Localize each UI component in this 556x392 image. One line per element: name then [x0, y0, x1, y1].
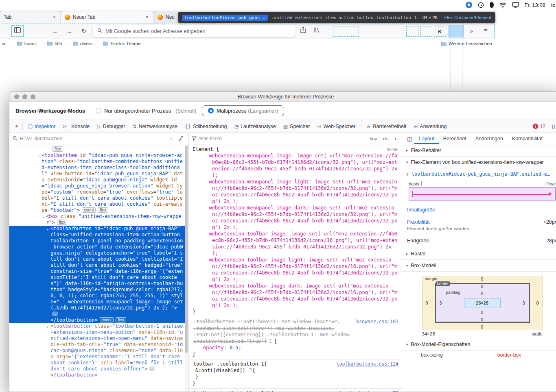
markup-node[interactable]: flex	[9, 146, 185, 152]
padding-top-value[interactable]: 0	[481, 291, 484, 296]
margin-bottom-value[interactable]: 0	[481, 324, 484, 329]
tab-inspektor[interactable]: ❏Inspektor	[24, 120, 59, 133]
extension-button-k[interactable]: K	[434, 26, 446, 37]
bookmark-item[interactable]: divers	[73, 41, 93, 46]
content-size-label[interactable]: Inhaltsgröße	[407, 207, 435, 213]
bookmark-item[interactable]: Firefox Theme	[103, 41, 140, 46]
chevron-right-icon[interactable]: ▸	[45, 323, 50, 372]
show-more-attributes-button[interactable]: …	[149, 366, 155, 371]
rule-source-link[interactable]: toolbarbuttons.css:124	[337, 361, 398, 367]
box-model-diagram[interactable]: margin border padding 28×28 0 0 0 0 0 0 …	[422, 276, 543, 330]
tab-web-speicher[interactable]: ⊟Web-Speicher	[313, 120, 359, 133]
tab-close-icon[interactable]: ×	[52, 15, 57, 20]
flex-container-section-header[interactable]: ▸Flex-Behälter	[402, 145, 556, 157]
show-more-attributes-button[interactable]: …	[52, 311, 58, 316]
history-clock-icon[interactable]	[478, 2, 484, 8]
tab-stilbearbeitung[interactable]: {}Stilbearbeitung	[181, 120, 231, 133]
padding-bottom-value[interactable]: 0	[481, 310, 484, 315]
rule-selector[interactable]: .bookmark-item:not(:hover):-moz-window-i…	[188, 325, 402, 331]
tab-tab[interactable]: Tab×	[0, 11, 60, 23]
devtools-titlebar[interactable]: Browser-Werkzeuge für mehrere Prozesse	[9, 92, 556, 102]
tab-debugger[interactable]: ▷Debugger	[93, 120, 129, 133]
tab-anwendung[interactable]: ⊞Anwendung	[410, 120, 450, 133]
flex-item-selector[interactable]: toolbarbutton#idcac-pub_guus_ninja-BAP.u…	[412, 171, 549, 177]
tab-layout[interactable]: Layout	[414, 133, 439, 144]
menubar-clock[interactable]: Fr. 13:08	[525, 2, 545, 8]
bookmark-item[interactable]: cc	[2, 41, 7, 46]
rules-filter-input[interactable]	[199, 136, 365, 142]
css-declaration[interactable]: --webextension-menupanel-image: image-se…	[188, 152, 402, 179]
markup-node[interactable]: ▸<toolbarbutton class="toolbarbutton-1 u…	[9, 323, 185, 378]
chevron-down-icon[interactable]: ▾	[36, 152, 42, 213]
mode-option-multiprocess[interactable]: Multiprozess (Langsamer)	[202, 105, 284, 116]
rule-source-link[interactable]: toolbarbuttons.css:78	[339, 390, 398, 392]
css-declaration[interactable]: --webextension-menupanel-image-light: im…	[188, 179, 402, 205]
css-declaration[interactable]: --webextension-toolbar-image-light: imag…	[188, 257, 402, 283]
rule-source-link[interactable]: browser.css:103	[356, 318, 398, 325]
tab-laufzeitanalyse[interactable]: ◔Laufzeitanalyse	[230, 120, 279, 133]
tab-berechnet[interactable]: Berechnet	[439, 133, 471, 144]
box-model-property-row[interactable]: box-sizingborder-box	[402, 351, 556, 359]
bookmark-item[interactable]: finanz	[17, 41, 37, 46]
tab-close-icon[interactable]: ×	[145, 15, 149, 20]
margin-right-value[interactable]: 0	[536, 301, 539, 305]
chevron-right-icon[interactable]: ▸	[45, 226, 50, 317]
wifi-icon[interactable]	[499, 2, 506, 8]
badge-event[interactable]: event	[82, 207, 96, 213]
mode-option-parent-process[interactable]: Nur übergeordneter Prozess (Schnell)	[96, 108, 196, 114]
radio-icon[interactable]	[96, 108, 101, 113]
tab-konsole[interactable]: >_Konsole	[59, 120, 93, 133]
badge-flex[interactable]: flex	[98, 207, 108, 213]
tab-änderungen[interactable]: Änderungen	[471, 133, 508, 144]
rule-selector[interactable]: :root:not([customizing]) .toolbarbutton-…	[188, 331, 402, 344]
margin-left-value[interactable]: 0	[426, 301, 428, 305]
box-model-section-header[interactable]: ▾Box-Modell	[402, 260, 556, 272]
minimize-window-button[interactable]	[22, 94, 27, 99]
markup-node[interactable]: ▾<box class="unified-extensions-item-row…	[9, 213, 185, 226]
border-top-value[interactable]: 0	[481, 284, 484, 289]
css-declaration[interactable]: --webextension-toolbar-image-dark: image…	[188, 283, 402, 309]
grid-section-header[interactable]: ▸Raster	[402, 248, 556, 260]
add-rule-button[interactable]: +	[392, 136, 398, 142]
box-model-content[interactable]: 28×28	[464, 298, 501, 307]
display-icon[interactable]	[512, 2, 519, 8]
other-bookmarks-folder[interactable]: Weitere Lesezeichen	[441, 41, 492, 46]
flex-item-section-header[interactable]: ▾Flex-Element von box.unified-extensions…	[402, 157, 556, 168]
split-console-icon[interactable]: ◫	[550, 123, 556, 130]
class-toggle[interactable]: .cls	[381, 136, 390, 141]
flexibility-label[interactable]: Flexibilität	[407, 219, 430, 225]
box-model-properties-header[interactable]: ▾Box-Modell-Eigenschaften	[402, 339, 556, 351]
tab-speicher[interactable]: ▦Speicher	[280, 120, 314, 133]
markup-scrollbar[interactable]	[185, 145, 188, 392]
badge-event[interactable]: event	[100, 317, 114, 322]
chevron-down-icon[interactable]: ▾	[41, 213, 46, 226]
tab-barrierefreiheit[interactable]: ♿Barrierefreiheit	[363, 120, 410, 133]
margin-top-value[interactable]: 0	[481, 277, 484, 281]
css-declaration[interactable]: --webextension-menupanel-image-dark: ima…	[188, 205, 402, 231]
selector-highlighter-icon[interactable]	[248, 368, 252, 372]
css-declaration[interactable]: --webextension-toolbar-image: image-set(…	[188, 231, 402, 257]
selector-highlighter-icon[interactable]	[269, 339, 273, 343]
menubar-app-icon[interactable]	[466, 2, 472, 8]
eyedropper-icon[interactable]	[177, 136, 185, 142]
scrollbar-thumb[interactable]	[185, 146, 188, 353]
add-node-button[interactable]: +	[168, 136, 174, 142]
markup-node[interactable]: ▸<toolbarbutton id="idcac-pub_guus_ninja…	[9, 226, 185, 323]
error-count-badge[interactable]: ! 12	[533, 124, 545, 129]
border-left-value[interactable]: 3	[440, 301, 442, 305]
markup-node[interactable]: ▾<toolbaritem id="idcac-pub_guus_ninja-b…	[9, 152, 185, 213]
pseudo-class-toggle[interactable]: :hov	[367, 136, 378, 141]
border-right-value[interactable]: 3	[523, 301, 525, 305]
badge-flex[interactable]: flex	[53, 146, 63, 152]
css-declaration[interactable]: opacity: 0.5;	[188, 344, 402, 351]
markup-search-input[interactable]	[20, 136, 165, 142]
border-bottom-value[interactable]: 0	[481, 317, 484, 322]
tab-neuer-tab[interactable]: Neuer Tab×	[61, 11, 153, 23]
bookmark-item[interactable]: hlth	[47, 41, 62, 46]
sidebar-panel-toggle-icon[interactable]: ◫	[405, 136, 414, 142]
radio-icon-selected[interactable]	[208, 108, 214, 113]
selector-highlighter-icon[interactable]	[266, 391, 270, 392]
badge-flex[interactable]: flex	[116, 317, 126, 322]
pick-element-button[interactable]: ⌖	[13, 120, 21, 133]
tab-netzwerkanalyse[interactable]: ⇅Netzwerkanalyse	[129, 120, 181, 133]
